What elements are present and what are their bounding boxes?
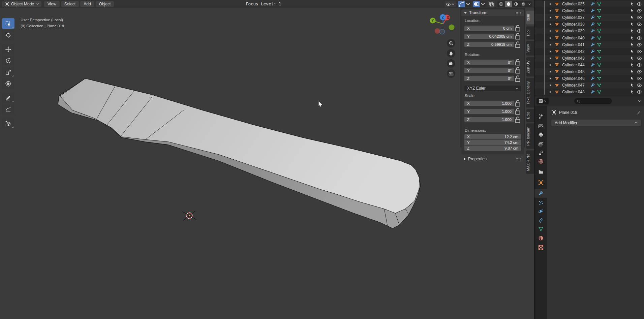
- selectable-toggle-icon[interactable]: [630, 36, 634, 40]
- outliner-row[interactable]: Cylinder.044: [534, 62, 644, 68]
- add-modifier-button[interactable]: Add Modifier: [551, 120, 641, 126]
- tool-cursor[interactable]: [2, 30, 14, 40]
- outliner-row[interactable]: Cylinder.039: [534, 28, 644, 34]
- gizmos-toggle[interactable]: [458, 1, 471, 7]
- tab-collection[interactable]: [534, 167, 547, 176]
- tool-transform[interactable]: [2, 78, 14, 89]
- search-input[interactable]: [582, 99, 609, 103]
- properties-panel-collapsed[interactable]: Properties: [461, 156, 524, 162]
- selectable-toggle-icon[interactable]: [630, 22, 634, 27]
- lock-open-icon[interactable]: [514, 99, 521, 107]
- tab-data[interactable]: [534, 225, 547, 233]
- outliner-item-label[interactable]: Cylinder.035: [562, 2, 590, 6]
- visibility-eye-icon[interactable]: [637, 8, 642, 13]
- visibility-eye-icon[interactable]: [637, 49, 642, 54]
- selectable-toggle-icon[interactable]: [630, 56, 634, 61]
- outliner-item-label[interactable]: Cylinder.043: [562, 56, 590, 61]
- value-field-z[interactable]: Z0°: [464, 76, 514, 81]
- menu-view[interactable]: View: [44, 1, 60, 7]
- menu-add[interactable]: Add: [80, 1, 94, 7]
- lock-open-icon[interactable]: [514, 75, 521, 83]
- disclosure-triangle-icon[interactable]: [549, 77, 552, 80]
- value-field-x[interactable]: X12.2 cm: [464, 134, 521, 139]
- lock-open-icon[interactable]: [514, 66, 521, 74]
- visibility-eye-icon[interactable]: [637, 28, 642, 34]
- tool-add-cube[interactable]: [2, 118, 14, 129]
- visibility-eye-icon[interactable]: [637, 62, 642, 68]
- outliner-row[interactable]: Cylinder.041: [534, 41, 644, 48]
- tool-annotate[interactable]: [2, 92, 14, 103]
- object-visibility-dropdown[interactable]: [444, 1, 456, 7]
- editor-type-dropdown[interactable]: [536, 98, 549, 104]
- sidebar-tab-tool[interactable]: Tool: [526, 26, 534, 39]
- disclosure-triangle-icon[interactable]: [549, 84, 552, 87]
- disclosure-triangle-icon[interactable]: [549, 3, 552, 5]
- tool-rotate[interactable]: [2, 55, 14, 66]
- sidebar-tab-machin3[interactable]: MACHIN3: [526, 151, 534, 174]
- outliner-item-label[interactable]: Cylinder.038: [562, 22, 590, 27]
- sidebar-tab-pr-isocam[interactable]: PR Isocam: [526, 124, 534, 149]
- lock-open-icon[interactable]: [514, 24, 521, 32]
- menu-select[interactable]: Select: [61, 1, 79, 7]
- value-field-y[interactable]: Y0°: [464, 68, 514, 73]
- pan-button[interactable]: [447, 49, 455, 58]
- tool-measure[interactable]: [2, 104, 14, 115]
- value-field-z[interactable]: Z1.000: [464, 117, 514, 122]
- tab-texture[interactable]: [534, 243, 547, 252]
- zoom-button[interactable]: [447, 39, 455, 47]
- selectable-toggle-icon[interactable]: [630, 63, 634, 67]
- selectable-toggle-icon[interactable]: [630, 8, 634, 13]
- disclosure-triangle-icon[interactable]: [549, 57, 552, 60]
- outliner-item-label[interactable]: Cylinder.048: [562, 90, 590, 94]
- outliner-item-label[interactable]: Cylinder.047: [562, 83, 590, 88]
- outliner-item-label[interactable]: Cylinder.036: [562, 8, 590, 13]
- tab-material[interactable]: [534, 234, 547, 243]
- perspective-toggle-button[interactable]: [447, 69, 455, 78]
- sidebar-tab-edit[interactable]: Edit: [526, 109, 534, 122]
- shading-rendered-button[interactable]: [520, 1, 527, 7]
- visibility-eye-icon[interactable]: [637, 15, 642, 20]
- outliner-row[interactable]: Cylinder.036: [534, 7, 644, 14]
- selectable-toggle-icon[interactable]: [630, 42, 634, 47]
- visibility-eye-icon[interactable]: [637, 89, 642, 95]
- mode-dropdown[interactable]: Object Mode: [2, 1, 41, 7]
- lock-open-icon[interactable]: [514, 116, 521, 124]
- tool-move[interactable]: [2, 44, 14, 55]
- selectable-toggle-icon[interactable]: [630, 69, 634, 74]
- outliner-row[interactable]: Cylinder.043: [534, 55, 644, 62]
- sidebar-tab-texel-density[interactable]: Texel Density: [526, 78, 534, 107]
- outliner-row[interactable]: Cylinder.035: [534, 1, 644, 7]
- disclosure-triangle-icon[interactable]: [549, 43, 552, 46]
- disclosure-triangle-icon[interactable]: [549, 50, 552, 53]
- transform-panel-header[interactable]: Transform: [461, 9, 524, 16]
- outliner-row[interactable]: Cylinder.040: [534, 34, 644, 41]
- selectable-toggle-icon[interactable]: [630, 15, 634, 20]
- value-field-x[interactable]: X0 cm: [464, 26, 514, 31]
- outliner-row[interactable]: Cylinder.045: [534, 68, 644, 75]
- outliner-item-label[interactable]: Cylinder.044: [562, 63, 590, 67]
- tab-physics[interactable]: [534, 207, 547, 216]
- outliner-row[interactable]: Cylinder.037: [534, 14, 644, 21]
- disclosure-triangle-icon[interactable]: [549, 30, 552, 32]
- tab-object[interactable]: [534, 178, 547, 187]
- tool-scale[interactable]: [2, 67, 14, 77]
- disclosure-triangle-icon[interactable]: [549, 64, 552, 66]
- disclosure-triangle-icon[interactable]: [549, 9, 552, 12]
- filter-dropdown[interactable]: [638, 99, 641, 103]
- lock-open-icon[interactable]: [514, 107, 521, 115]
- lock-open-icon[interactable]: [514, 41, 521, 49]
- tab-world[interactable]: [534, 157, 547, 166]
- selectable-toggle-icon[interactable]: [630, 29, 634, 33]
- visibility-eye-icon[interactable]: [637, 22, 642, 27]
- tab-render[interactable]: [534, 122, 547, 131]
- tab-output[interactable]: [534, 130, 547, 139]
- outliner-item-label[interactable]: Cylinder.045: [562, 69, 590, 74]
- xray-toggle[interactable]: [488, 1, 495, 7]
- visibility-eye-icon[interactable]: [637, 69, 642, 74]
- outliner-row[interactable]: Cylinder.046: [534, 75, 644, 82]
- menu-object[interactable]: Object: [96, 1, 114, 7]
- editor-divider[interactable]: [534, 0, 534, 319]
- value-field-y[interactable]: Y1.000: [464, 109, 514, 114]
- value-field-y[interactable]: Y0.042005 cm: [464, 34, 514, 39]
- visibility-eye-icon[interactable]: [637, 76, 642, 81]
